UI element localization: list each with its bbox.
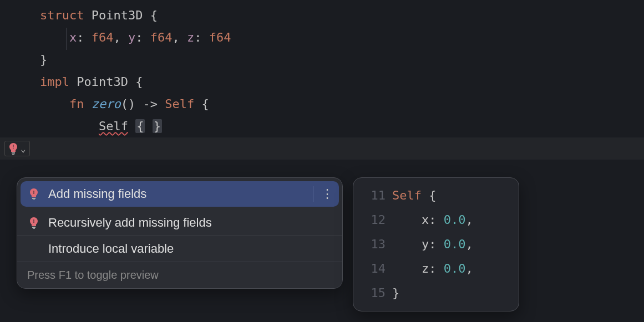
intention-bulb-button[interactable]: ! ⌄ [4,141,30,156]
indent [392,232,422,257]
intention-footer-hint: Press F1 to toggle preview [17,262,342,288]
colon: : [194,30,209,44]
number-literal: 0.0 [444,208,466,232]
svg-rect-0 [12,152,15,154]
intention-label: Add missing fields [48,187,146,201]
svg-rect-7 [33,228,35,229]
preview-line: 13 y: 0.0, [361,232,511,257]
type-f64: f64 [209,30,231,44]
indent [392,208,422,232]
brace-open: { [135,75,143,89]
intention-item-introduce-variable[interactable]: Introduce local variable [17,236,342,262]
line-number: 12 [361,208,386,232]
number-literal: 0.0 [444,257,466,281]
indent [40,119,99,133]
parens: () [121,97,136,111]
code-line: Self { } [40,115,638,137]
comma: , [465,257,473,281]
svg-rect-3 [32,198,36,199]
colon: : [429,232,444,257]
brace-open: { [422,183,437,208]
bulb-error-icon: ! [27,188,40,200]
code-line: } [40,49,638,71]
colon: : [77,30,92,44]
chevron-down-icon: ⌄ [21,144,26,154]
colon: : [135,30,150,44]
current-line-highlight [0,137,644,160]
comma: , [465,232,473,257]
field-name: z [422,257,429,281]
brace-close: } [40,53,47,67]
preview-line: 15} [361,281,511,305]
svg-rect-6 [32,227,36,228]
intention-item-add-missing-fields[interactable]: ! Add missing fields ⋮ [21,181,339,207]
intention-label: Introduce local variable [48,242,174,256]
colon: : [429,208,444,232]
field-name: x [422,208,429,232]
field-x: x [69,30,77,44]
type-f64: f64 [150,30,173,44]
type-name: Point3D [69,75,135,89]
line-number: 15 [361,281,386,305]
intention-item-recursively-add[interactable]: ! Recursively add missing fields [17,210,342,236]
code-line: struct Point3D { [40,4,638,27]
svg-text:!: ! [33,190,35,195]
code-line: fn zero() -> Self { [40,93,638,115]
line-number: 14 [361,257,386,281]
number-literal: 0.0 [444,232,466,257]
space [145,119,152,133]
brace-open: { [150,8,158,22]
line-number: 13 [361,232,386,257]
self-kw: Self [392,183,422,208]
brace-close-matched: } [153,119,162,133]
more-vertical-icon[interactable]: ⋮ [313,186,333,202]
field-name: y [422,232,429,257]
comma: , [172,30,187,44]
intention-label: Recursively add missing fields [48,216,212,230]
indent [40,97,69,111]
keyword-struct: struct [40,8,84,22]
arrow: -> [135,97,165,111]
comma: , [465,208,473,232]
keyword-impl: impl [40,75,69,89]
type-f64: f64 [92,30,114,44]
comma: , [113,30,128,44]
preview-line: 14 z: 0.0, [361,257,511,281]
intention-preview-popup: 11Self { 12 x: 0.0, 13 y: 0.0, 14 z: 0.0… [353,177,519,311]
intention-actions-popup: ! Add missing fields ⋮ ! Recursively add… [17,177,343,289]
indent [40,30,69,44]
svg-text:!: ! [12,144,14,150]
preview-line: 11Self { [361,183,511,208]
field-z: z [187,30,194,44]
brace-open-matched: { [135,119,145,133]
code-line: x: f64, y: f64, z: f64 [40,27,638,49]
indent-guide [66,28,67,50]
brace-open: { [194,97,209,111]
self-expr-error: Self [99,119,128,133]
brace-close: } [392,281,399,305]
code-editor[interactable]: struct Point3D { x: f64, y: f64, z: f64 … [40,4,638,137]
code-line: impl Point3D { [40,71,638,93]
bulb-error-icon: ! [27,217,40,229]
line-number: 11 [361,183,386,208]
fn-name: zero [92,97,121,111]
preview-line: 12 x: 0.0, [361,208,511,232]
svg-rect-4 [33,200,35,200]
bulb-error-icon: ! [8,142,18,155]
type-name: Point3D [84,8,150,22]
space [128,119,135,133]
colon: : [429,257,444,281]
svg-rect-1 [12,154,14,155]
return-type: Self [165,97,194,111]
svg-text:!: ! [33,218,35,224]
field-y: y [128,30,135,44]
indent [392,257,422,281]
keyword-fn: fn [69,97,92,111]
